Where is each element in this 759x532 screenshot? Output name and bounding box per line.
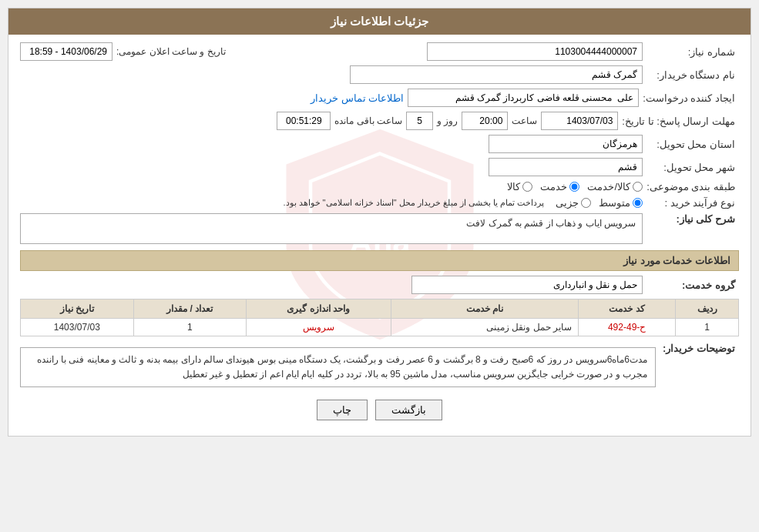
cell-name: سایر حمل ونقل زمینی [391,319,578,336]
creator-label: ایجاد کننده درخواست: [643,92,739,104]
deadline-label: مهلت ارسال پاسخ: تا تاریخ: [622,115,739,127]
radio-motasat-label: متوسط [599,197,630,209]
service-info-header: اطلاعات خدمات مورد نیاز [20,250,739,271]
row-creator: ایجاد کننده درخواست: اطلاعات تماس خریدار [20,89,739,107]
buyer-notes-label: توضیحات خریدار: [662,343,739,354]
notes-row: توضیحات خریدار: مدت6ماه6سرویس در روز که … [20,343,739,392]
page-header: جزئیات اطلاعات نیاز [8,8,751,35]
deadline-remaining-input[interactable] [277,112,331,130]
service-group-label: گروه خدمت: [646,279,739,291]
col-name: نام خدمت [391,299,578,319]
cell-date: 1403/07/03 [21,319,134,336]
cell-code: ح-49-492 [579,319,676,336]
button-row: بازگشت چاپ [20,400,739,420]
radio-kala-khadamat-input[interactable] [633,182,643,192]
province-label: استان محل تحویل: [646,139,739,150]
main-container: جزئیات اطلاعات نیاز Ana شماره نیاز: تاری… [8,8,751,437]
deadline-date-input[interactable] [541,112,618,130]
deadline-remaining-label: ساعت باقی مانده [334,115,402,126]
col-qty: تعداد / مقدار [133,299,246,319]
services-table: ردیف کد خدمت نام خدمت واحد اندازه گیری ت… [20,299,739,336]
buyer-org-label: نام دستگاه خریدار: [646,69,739,81]
radio-khadamat: خدمت [540,181,579,192]
need-number-label: شماره نیاز: [646,46,739,58]
description-value: سرویس ایاب و ذهاب از قشم به گمرک لافت [466,218,636,229]
city-input[interactable] [489,158,643,176]
description-box: سرویس ایاب و ذهاب از قشم به گمرک لافت [20,213,643,244]
description-label: شرح کلی نیاز: [646,213,739,225]
radio-kala-input[interactable] [522,182,532,192]
page-title: جزئیات اطلاعات نیاز [331,15,428,28]
row-province: استان محل تحویل: [20,135,739,153]
deadline-days-input[interactable] [406,112,433,130]
deadline-days-label: روز و [437,115,458,126]
radio-jozyi-input[interactable] [581,198,591,208]
purchase-type-label: نوع فرآیند خرید : [646,197,739,209]
service-group-input[interactable] [411,276,643,294]
radio-kala: کالا [507,181,532,192]
need-number-input[interactable] [427,42,643,61]
col-code: کد خدمت [579,299,676,319]
creator-input[interactable] [408,89,639,107]
deadline-time-input[interactable] [462,112,508,130]
row-service-group: گروه خدمت: [20,276,739,294]
col-date: تاریخ نیاز [21,299,134,319]
table-row: 1 ح-49-492 سایر حمل ونقل زمینی سرویس 1 1… [21,319,739,336]
radio-kala-label: کالا [507,181,520,192]
cell-qty: 1 [133,319,246,336]
content-area: Ana شماره نیاز: تاریخ و ساعت اعلان عمومی… [8,35,751,436]
row-description: شرح کلی نیاز: سرویس ایاب و ذهاب از قشم ب… [20,213,739,244]
category-radio-group: کالا/خدمت خدمت کالا [507,181,643,192]
services-table-section: ردیف کد خدمت نام خدمت واحد اندازه گیری ت… [20,299,739,336]
cell-unit: سرویس [247,319,391,336]
col-row: ردیف [676,299,739,319]
purchase-note: پرداخت تمام یا بخشی از مبلغ خریدار محل "… [283,198,544,208]
radio-jozyi-label: جزیی [556,197,579,209]
deadline-time-label: ساعت [512,115,537,126]
publish-date-input[interactable] [20,42,113,61]
contact-link[interactable]: اطلاعات تماس خریدار [311,92,404,104]
province-input[interactable] [489,135,643,153]
radio-khadamat-input[interactable] [569,182,579,192]
row-buyer-org: نام دستگاه خریدار: [20,65,739,84]
buyer-org-input[interactable] [350,65,643,84]
row-need-number: شماره نیاز: تاریخ و ساعت اعلان عمومی: [20,42,739,61]
row-category: طبقه بندی موضوعی: کالا/خدمت خدمت کالا [20,181,739,192]
purchase-radio-group: متوسط جزیی [556,197,643,209]
col-unit: واحد اندازه گیری [247,299,391,319]
radio-kala-khadamat: کالا/خدمت [587,181,643,192]
row-city: شهر محل تحویل: [20,158,739,176]
publish-date-label: تاریخ و ساعت اعلان عمومی: [116,46,226,57]
back-button[interactable]: بازگشت [375,400,442,420]
print-button[interactable]: چاپ [317,400,368,420]
row-purchase-type: نوع فرآیند خرید : متوسط جزیی پرداخت تمام… [20,197,739,209]
row-deadline: مهلت ارسال پاسخ: تا تاریخ: ساعت روز و سا… [20,112,739,130]
radio-jozyi: جزیی [556,197,591,209]
page-wrapper: جزئیات اطلاعات نیاز Ana شماره نیاز: تاری… [0,0,759,532]
buyer-notes-value: مدت6ماه6سرویس در روز که 6صبح رفت و 8 برگ… [37,354,648,380]
city-label: شهر محل تحویل: [646,162,739,173]
radio-motasat-input[interactable] [633,198,643,208]
radio-motasat: متوسط [599,197,643,209]
radio-kala-khadamat-label: کالا/خدمت [587,181,630,192]
radio-khadamat-label: خدمت [540,181,567,192]
buyer-notes-box: مدت6ماه6سرویس در روز که 6صبح رفت و 8 برگ… [20,347,656,387]
cell-row: 1 [676,319,739,336]
category-label: طبقه بندی موضوعی: [646,181,739,192]
form-content: شماره نیاز: تاریخ و ساعت اعلان عمومی: نا… [20,42,739,420]
